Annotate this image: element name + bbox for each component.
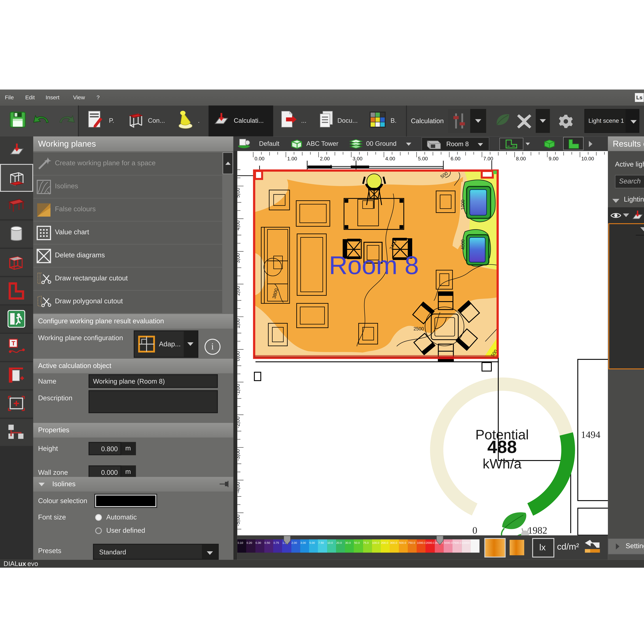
- svg-text:0: 0: [472, 525, 477, 535]
- svg-text:4.00: 4.00: [385, 156, 395, 161]
- svg-text:kWh/a: kWh/a: [483, 456, 522, 472]
- svg-text:2500: 2500: [414, 326, 424, 331]
- svg-text:6.00: 6.00: [451, 156, 460, 161]
- svg-text:-4.00: -4.00: [237, 482, 241, 493]
- svg-text:3.00: 3.00: [237, 253, 241, 263]
- svg-text:-3.00: -3.00: [237, 449, 241, 461]
- svg-text:2.00: 2.00: [237, 286, 241, 296]
- svg-text:1.00: 1.00: [287, 156, 297, 161]
- svg-text:-2.00: -2.00: [237, 417, 241, 428]
- svg-text:488: 488: [487, 437, 517, 457]
- svg-text:T: T: [11, 340, 15, 347]
- svg-text:4.00: 4.00: [237, 221, 241, 230]
- svg-text:9.00: 9.00: [549, 156, 558, 161]
- svg-text:2.00: 2.00: [320, 156, 330, 161]
- svg-text:-5.00: -5.00: [237, 515, 241, 526]
- svg-text:1982: 1982: [528, 525, 547, 535]
- svg-text:1494: 1494: [581, 429, 600, 440]
- svg-text:Room 8: Room 8: [329, 251, 419, 279]
- svg-text:5.00: 5.00: [418, 156, 428, 161]
- svg-text:0.00: 0.00: [255, 156, 264, 161]
- svg-text:0.00: 0.00: [237, 351, 241, 361]
- svg-text:1.00: 1.00: [237, 319, 241, 328]
- svg-text:5.00: 5.00: [237, 188, 241, 198]
- svg-text:3.00: 3.00: [353, 156, 362, 161]
- svg-text:1000: 1000: [460, 200, 465, 210]
- svg-text:7.00: 7.00: [483, 156, 493, 161]
- svg-text:4000: 4000: [460, 239, 465, 250]
- svg-text:10.00: 10.00: [581, 156, 594, 161]
- svg-text:-1.00: -1.00: [237, 384, 241, 395]
- svg-text:8.00: 8.00: [516, 156, 526, 161]
